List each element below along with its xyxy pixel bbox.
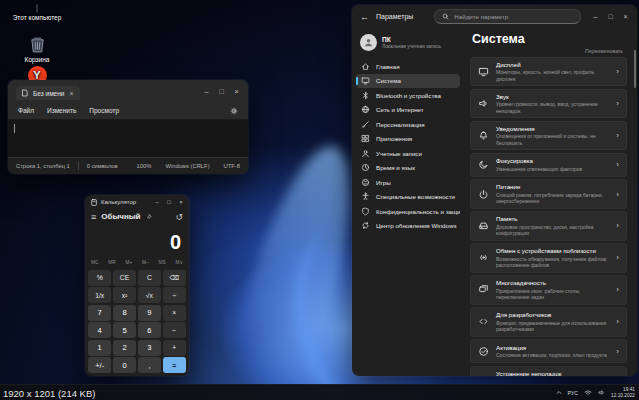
taskbar-clock[interactable]: 19:41 12.10.2022 [611, 387, 635, 399]
card-nearby-share[interactable]: Обмен с устройствами поблизостиВозможнос… [470, 243, 627, 272]
card-sound[interactable]: ЗвукУровни громкости, вывод, ввод, устра… [470, 89, 627, 118]
calculator-mode-row: ≡ Обычный ↺ [85, 209, 189, 224]
sidebar-item-gaming[interactable]: Игры [356, 175, 460, 190]
minimize-button[interactable]: – [151, 199, 163, 205]
network-tray-icon[interactable] [584, 389, 592, 396]
status-line-ending[interactable]: Windows (CRLF) [165, 163, 209, 169]
key-6[interactable]: 6 [138, 322, 161, 338]
memory-recall-button[interactable]: MR [108, 260, 115, 265]
history-icon[interactable]: ↺ [175, 212, 183, 222]
key-clear[interactable]: C [138, 270, 161, 286]
calculator-mode-label[interactable]: Обычный [101, 212, 140, 221]
card-troubleshoot[interactable]: Устранение неполадокРекомендуемые средст… [470, 366, 627, 377]
memory-flyout-button[interactable]: M∨ [175, 260, 183, 265]
sidebar-item-label: Учетные записи [376, 150, 422, 157]
menu-edit[interactable]: Изменить [47, 107, 76, 114]
key-5[interactable]: 5 [113, 322, 136, 338]
text-caret [14, 124, 15, 133]
key-0[interactable]: 0 [113, 357, 136, 373]
sidebar-item-windows-update[interactable]: Центр обновления Windows [356, 219, 460, 234]
key-square-root[interactable]: √x [138, 287, 161, 303]
desktop-icon-this-pc[interactable]: Этот компьютер [10, 5, 64, 22]
maximize-button[interactable]: □ [163, 199, 175, 205]
tray-chevron-up-icon[interactable] [556, 390, 562, 395]
system-tray[interactable]: РУС 19:41 12.10.2022 [556, 385, 639, 400]
sidebar-item-home[interactable]: Главная [356, 59, 460, 74]
minimize-button[interactable]: – [588, 13, 603, 20]
sidebar-item-privacy[interactable]: Конфиденциальность и защита [356, 204, 460, 219]
minimize-button[interactable]: – [199, 88, 214, 95]
settings-titlebar[interactable]: ← Параметры Найдите параметр – □ × [352, 5, 637, 28]
notepad-titlebar[interactable]: Без имени × – □ × [8, 80, 248, 102]
sidebar-item-network[interactable]: Сеть и Интернет [356, 103, 460, 118]
memory-store-button[interactable]: MS [159, 260, 166, 265]
keep-on-top-icon[interactable] [146, 214, 152, 220]
key-8[interactable]: 8 [113, 305, 136, 321]
key-divide[interactable]: ÷ [163, 287, 186, 303]
gaming-icon [361, 178, 370, 187]
sidebar-item-accounts[interactable]: Учетные записи [356, 146, 460, 161]
status-zoom-level[interactable]: 100% [137, 163, 152, 169]
gear-icon[interactable] [230, 107, 238, 115]
key-3[interactable]: 3 [138, 340, 161, 356]
desktop-icon-recycle-bin[interactable]: Корзина [10, 36, 64, 63]
card-focus[interactable]: ФокусировкаУменьшение отвлекающих фактор… [470, 153, 627, 177]
scrollbar-thumb[interactable] [634, 50, 636, 88]
status-encoding[interactable]: UTF-8 [224, 163, 240, 169]
card-developers[interactable]: Для разработчиковФункции, предназначенны… [470, 307, 627, 336]
key-decimal[interactable]: , [138, 357, 161, 373]
maximize-button[interactable]: □ [214, 88, 229, 95]
back-icon[interactable]: ← [360, 12, 369, 22]
memory-add-button[interactable]: M+ [125, 260, 132, 265]
card-display[interactable]: ДисплейМониторы, яркость, ночной свет, п… [470, 57, 627, 86]
key-subtract[interactable]: − [163, 322, 186, 338]
storage-icon [478, 220, 489, 231]
menu-file[interactable]: Файл [18, 107, 34, 114]
key-equals[interactable]: = [163, 357, 186, 373]
volume-tray-icon[interactable] [598, 389, 605, 396]
sidebar-item-personalization[interactable]: Персонализация [356, 117, 460, 132]
sidebar-item-system[interactable]: Система [356, 74, 460, 89]
display-icon [478, 66, 489, 77]
rename-link[interactable]: Переименовать [585, 48, 623, 54]
sidebar-item-accessibility[interactable]: Специальные возможности [356, 190, 460, 205]
key-add[interactable]: + [163, 340, 186, 356]
sidebar-item-bluetooth[interactable]: Bluetooth и устройства [356, 88, 460, 103]
maximize-button[interactable]: □ [603, 13, 618, 20]
close-button[interactable]: × [175, 199, 187, 205]
key-9[interactable]: 9 [138, 305, 161, 321]
key-negate[interactable]: +/- [88, 357, 111, 373]
card-storage[interactable]: ПамятьДисковое пространство, диски, наст… [470, 211, 627, 240]
tab-close-icon[interactable]: × [69, 90, 73, 97]
key-backspace[interactable]: ⌫ [163, 270, 186, 286]
sidebar-item-time-language[interactable]: Время и язык [356, 161, 460, 176]
key-square[interactable]: x² [113, 287, 136, 303]
language-indicator[interactable]: РУС [568, 390, 578, 396]
memory-clear-button[interactable]: MC [91, 260, 98, 265]
card-notifications[interactable]: УведомленияОповещения от приложений и си… [470, 121, 627, 150]
card-power[interactable]: ПитаниеСпящий режим, потребление заряда … [470, 179, 627, 208]
menu-view[interactable]: Просмотр [89, 107, 119, 114]
notepad-tab[interactable]: Без имени × [16, 86, 80, 100]
user-account-block[interactable]: ПК Локальная учетная запись [356, 30, 460, 59]
taskbar[interactable]: РУС 19:41 12.10.2022 [0, 384, 639, 400]
key-percent[interactable]: % [88, 270, 111, 286]
hamburger-menu-icon[interactable]: ≡ [91, 212, 96, 222]
close-button[interactable]: × [618, 13, 633, 20]
key-reciprocal[interactable]: 1/x [88, 287, 111, 303]
card-activation[interactable]: АктивацияСостояние активации, подписки, … [470, 339, 627, 363]
notepad-editor[interactable] [8, 120, 248, 157]
close-button[interactable]: × [229, 88, 244, 95]
card-multitasking[interactable]: МногозадачностьПрикрепление окон, рабочи… [470, 275, 627, 304]
sidebar-item-apps[interactable]: Приложения [356, 132, 460, 147]
key-4[interactable]: 4 [88, 322, 111, 338]
key-multiply[interactable]: × [163, 305, 186, 321]
calculator-titlebar[interactable]: Калькулятор – □ × [85, 195, 189, 209]
memory-subtract-button[interactable]: M− [142, 260, 149, 265]
key-7[interactable]: 7 [88, 305, 111, 321]
key-clear-entry[interactable]: CE [113, 270, 136, 286]
key-2[interactable]: 2 [113, 340, 136, 356]
settings-search-box[interactable]: Найдите параметр [434, 9, 581, 24]
desktop: Этот компьютер Корзина Y Без имени × – □… [0, 0, 639, 400]
key-1[interactable]: 1 [88, 340, 111, 356]
